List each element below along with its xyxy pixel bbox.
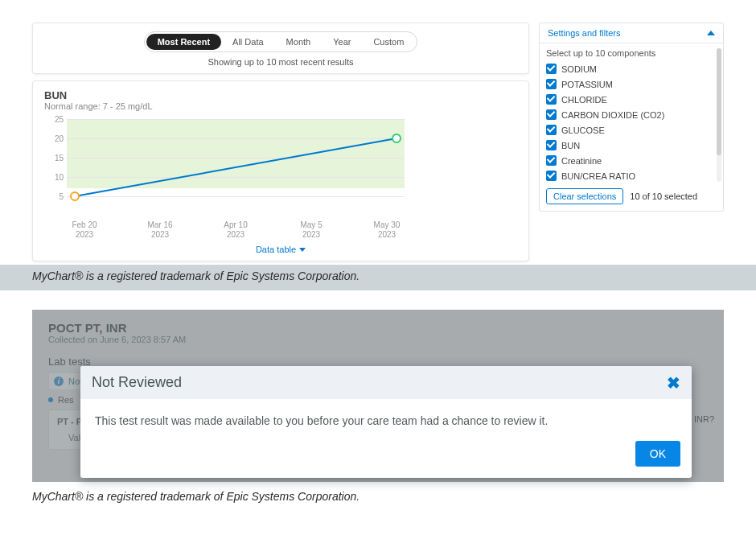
- filter-item[interactable]: Creatinine: [546, 153, 715, 168]
- normal-range-text: Normal range: 7 - 25 mg/dL: [44, 101, 517, 111]
- x-axis-tick: May 52023: [294, 220, 329, 240]
- chevron-down-icon: [299, 248, 306, 252]
- chevron-up-icon: [707, 31, 715, 35]
- data-table-label: Data table: [256, 245, 296, 254]
- close-icon[interactable]: ✖: [667, 375, 680, 391]
- tab-custom[interactable]: Custom: [362, 34, 415, 50]
- filter-item-label: SODIUM: [561, 64, 597, 74]
- checkbox-icon[interactable]: [546, 125, 557, 135]
- checkbox-icon[interactable]: [546, 140, 557, 150]
- checkbox-icon[interactable]: [546, 109, 557, 120]
- filters-title: Settings and filters: [548, 28, 621, 38]
- y-axis-tick: 5: [49, 192, 64, 201]
- filter-item[interactable]: GLUCOSE: [546, 122, 715, 138]
- modal-body-text: This test result was made available to y…: [80, 399, 692, 441]
- filter-item[interactable]: BUN: [546, 138, 715, 153]
- tab-year[interactable]: Year: [322, 34, 362, 50]
- trademark-text-2: MyChart® is a registered trademark of Ep…: [0, 482, 756, 517]
- x-axis-tick: Feb 202023: [67, 220, 102, 240]
- filter-item-label: POTASSIUM: [561, 80, 613, 89]
- filter-item[interactable]: CHLORIDE: [546, 92, 715, 107]
- y-axis-tick: 20: [49, 134, 64, 143]
- checkbox-icon[interactable]: [546, 79, 557, 89]
- data-table-toggle[interactable]: Data table: [44, 245, 517, 254]
- chart-title: BUN: [44, 89, 517, 101]
- checkbox-icon[interactable]: [546, 94, 557, 105]
- filter-item[interactable]: BUN/CREA RATIO: [546, 168, 715, 183]
- modal-title: Not Reviewed: [92, 374, 182, 391]
- data-point[interactable]: [392, 134, 401, 142]
- filter-item-label: BUN/CREA RATIO: [561, 171, 635, 181]
- time-range-pills: Most Recent All Data Month Year Custom: [144, 31, 418, 52]
- checkbox-icon[interactable]: [546, 171, 557, 181]
- filter-item-label: BUN: [561, 141, 580, 150]
- filters-panel: Settings and filters Select up to 10 com…: [539, 23, 724, 212]
- x-axis-tick: May 302023: [369, 220, 405, 240]
- filter-item[interactable]: POTASSIUM: [546, 76, 715, 92]
- filters-scrollbar[interactable]: [717, 48, 721, 182]
- tab-month[interactable]: Month: [275, 34, 323, 50]
- tab-all-data[interactable]: All Data: [221, 34, 275, 50]
- data-point[interactable]: [71, 192, 79, 200]
- ok-button[interactable]: OK: [635, 441, 680, 467]
- filters-header[interactable]: Settings and filters: [540, 23, 723, 43]
- chart-card: BUN Normal range: 7 - 25 mg/dL 510152025…: [32, 80, 529, 261]
- y-axis-tick: 15: [49, 154, 64, 163]
- x-axis-tick: Mar 162023: [142, 220, 178, 240]
- y-axis-tick: 10: [49, 173, 64, 182]
- checkbox-icon[interactable]: [546, 155, 557, 166]
- results-count-text: Showing up to 10 most recent results: [44, 57, 517, 67]
- filter-item-label: Creatinine: [561, 156, 602, 166]
- checkbox-icon[interactable]: [546, 64, 557, 74]
- filter-item[interactable]: SODIUM: [546, 61, 715, 76]
- time-range-card: Most Recent All Data Month Year Custom S…: [32, 23, 529, 74]
- filter-item-label: CARBON DIOXIDE (CO2): [561, 110, 664, 120]
- filters-count: 10 of 10 selected: [630, 191, 697, 201]
- tab-most-recent[interactable]: Most Recent: [146, 34, 221, 50]
- chart-plot: 510152025 Feb 202023Mar 162023Apr 102023…: [44, 119, 517, 240]
- filter-item-label: CHLORIDE: [561, 95, 607, 105]
- clear-selections-button[interactable]: Clear selections: [546, 188, 623, 204]
- filters-scroll-thumb[interactable]: [717, 48, 721, 155]
- filter-item-label: GLUCOSE: [561, 125, 605, 135]
- x-axis-tick: Apr 102023: [218, 220, 253, 240]
- filters-subtitle: Select up to 10 components: [546, 48, 715, 58]
- filter-item[interactable]: CARBON DIOXIDE (CO2): [546, 107, 715, 122]
- trademark-text: MyChart® is a registered trademark of Ep…: [0, 265, 756, 290]
- not-reviewed-modal: Not Reviewed ✖ This test result was made…: [80, 366, 692, 478]
- y-axis-tick: 25: [49, 115, 64, 124]
